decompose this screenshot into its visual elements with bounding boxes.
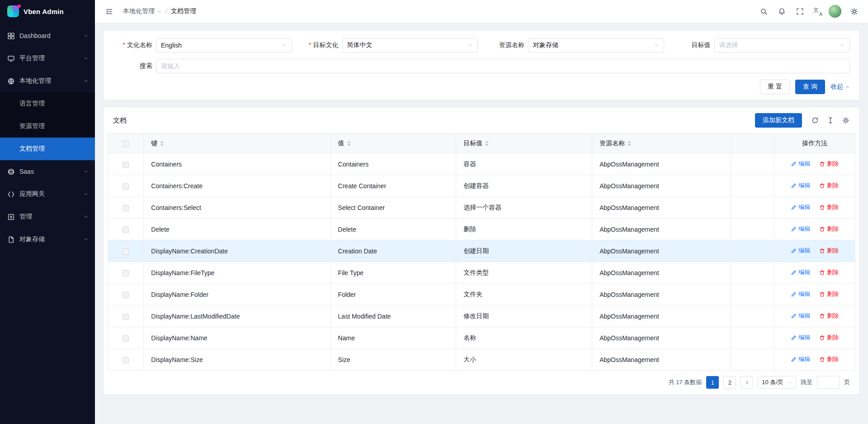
table-header-row: 键 值 目标值 资源名称 操作方法 xyxy=(108,133,855,153)
row-checkbox[interactable] xyxy=(123,183,129,190)
delete-button[interactable]: 删除 xyxy=(819,268,839,276)
sidebar-item-localization[interactable]: 本地化管理 xyxy=(0,70,95,92)
table-title: 文档 xyxy=(113,116,127,125)
sort-icon[interactable] xyxy=(627,141,631,146)
collapse-toggle[interactable]: 收起 xyxy=(830,83,850,91)
table-row: Containers:Create Create Container 创建容器 … xyxy=(108,175,855,197)
cell-value: Last Modified Date xyxy=(330,305,456,327)
sidebar-item-gateway[interactable]: 应用网关 xyxy=(0,183,95,205)
edit-button[interactable]: 编辑 xyxy=(791,333,810,342)
row-checkbox[interactable] xyxy=(123,227,129,233)
chevron-down-icon xyxy=(83,169,89,174)
sidebar-item-label: 资源管理 xyxy=(19,122,95,130)
edit-button[interactable]: 编辑 xyxy=(791,268,810,276)
next-page-button[interactable] xyxy=(741,376,753,389)
row-height-icon[interactable] xyxy=(824,114,837,127)
fullscreen-icon[interactable] xyxy=(792,4,807,19)
sort-icon[interactable] xyxy=(485,141,489,146)
chevron-down-icon xyxy=(83,237,89,242)
edit-button[interactable]: 编辑 xyxy=(791,290,810,298)
sidebar-subitem-language[interactable]: 语言管理 xyxy=(0,92,95,115)
page-jump-input[interactable] xyxy=(817,376,840,389)
translate-icon[interactable]: 文A xyxy=(810,4,826,19)
row-checkbox[interactable] xyxy=(123,357,129,363)
sidebar-item-label: 管理 xyxy=(19,213,83,221)
avatar[interactable] xyxy=(828,5,842,18)
resource-name-select[interactable]: 对象存储 xyxy=(528,38,664,52)
row-checkbox[interactable] xyxy=(123,205,129,211)
sidebar-item-dashboard[interactable]: Dashboard xyxy=(0,24,95,47)
delete-button[interactable]: 删除 xyxy=(819,203,839,211)
chevron-right-icon xyxy=(745,380,750,385)
bell-icon[interactable] xyxy=(774,4,789,19)
column-settings-icon[interactable] xyxy=(839,114,853,127)
edit-button[interactable]: 编辑 xyxy=(791,247,810,255)
delete-button[interactable]: 删除 xyxy=(819,312,839,320)
delete-button[interactable]: 删除 xyxy=(819,160,839,168)
delete-button[interactable]: 删除 xyxy=(819,225,839,233)
delete-button[interactable]: 删除 xyxy=(819,333,839,342)
pencil-icon xyxy=(791,357,797,362)
add-document-button[interactable]: 添加新文档 xyxy=(755,113,802,128)
jump-prefix-label: 跳至 xyxy=(801,378,812,386)
sidebar-item-label: 平台管理 xyxy=(19,54,83,62)
cell-key: DisplayName:Folder xyxy=(144,284,330,305)
edit-button[interactable]: 编辑 xyxy=(791,181,810,190)
cell-key: DisplayName:CreationDate xyxy=(144,240,330,262)
field-label: 目标文化 xyxy=(299,41,342,49)
delete-button[interactable]: 删除 xyxy=(819,290,839,298)
sidebar-subitem-resource[interactable]: 资源管理 xyxy=(0,115,95,138)
row-checkbox[interactable] xyxy=(123,292,129,298)
row-checkbox[interactable] xyxy=(123,270,129,276)
target-value-select[interactable]: 请选择 xyxy=(714,38,850,52)
target-culture-select[interactable]: 简体中文 xyxy=(342,38,478,52)
admin-icon xyxy=(7,213,15,221)
sidebar-item-admin[interactable]: 管理 xyxy=(0,205,95,228)
column-header-resource: 资源名称 xyxy=(592,133,731,153)
edit-button[interactable]: 编辑 xyxy=(791,312,810,320)
row-checkbox[interactable] xyxy=(123,335,129,342)
menu-fold-icon[interactable] xyxy=(102,5,116,18)
pencil-icon xyxy=(791,161,797,167)
page-size-select[interactable]: 10 条/页 xyxy=(758,376,796,389)
search-icon[interactable] xyxy=(756,4,771,19)
cell-resource: AbpOssManagement xyxy=(592,175,731,197)
sidebar-subitem-document[interactable]: 文档管理 xyxy=(0,138,95,160)
select-all-checkbox[interactable] xyxy=(123,141,129,147)
pencil-icon xyxy=(791,313,797,319)
main-area: 本地化管理 / 文档管理 文A 文化名称 English xyxy=(95,0,868,424)
page-button-1[interactable]: 1 xyxy=(706,376,719,389)
sidebar-item-storage[interactable]: 对象存储 xyxy=(0,228,95,251)
settings-gear-icon[interactable] xyxy=(846,4,862,19)
edit-button[interactable]: 编辑 xyxy=(791,225,810,233)
sidebar-item-saas[interactable]: Saas xyxy=(0,160,95,183)
sort-icon[interactable] xyxy=(160,141,164,146)
row-checkbox[interactable] xyxy=(123,314,129,320)
chevron-down-icon xyxy=(840,43,845,48)
cell-resource: AbpOssManagement xyxy=(592,284,731,305)
edit-button[interactable]: 编辑 xyxy=(791,355,810,363)
delete-button[interactable]: 删除 xyxy=(819,247,839,255)
breadcrumb-parent[interactable]: 本地化管理 xyxy=(123,7,162,15)
pencil-icon xyxy=(791,248,797,254)
search-input[interactable] xyxy=(156,59,850,73)
column-header-actions: 操作方法 xyxy=(774,133,855,153)
delete-button[interactable]: 删除 xyxy=(819,355,839,363)
culture-name-select[interactable]: English xyxy=(156,38,292,52)
sort-icon[interactable] xyxy=(347,141,351,146)
jump-suffix-label: 页 xyxy=(844,378,850,386)
table-row: DisplayName:Name Name 名称 AbpOssManagemen… xyxy=(108,327,855,349)
row-checkbox[interactable] xyxy=(123,162,129,168)
edit-button[interactable]: 编辑 xyxy=(791,203,810,211)
app-logo[interactable]: Vben Admin xyxy=(0,0,95,23)
refresh-icon[interactable] xyxy=(808,114,822,127)
field-label: 资源名称 xyxy=(485,41,528,49)
delete-button[interactable]: 删除 xyxy=(819,181,839,190)
reset-button[interactable]: 重 置 xyxy=(760,80,790,94)
edit-button[interactable]: 编辑 xyxy=(791,160,810,168)
sidebar-menu: Dashboard 平台管理 本地化管理 语言管理 资源管理 文档管理 xyxy=(0,23,95,424)
page-button-2[interactable]: 2 xyxy=(723,376,736,389)
sidebar-item-platform[interactable]: 平台管理 xyxy=(0,47,95,70)
query-button[interactable]: 查 询 xyxy=(795,80,825,94)
row-checkbox[interactable] xyxy=(123,248,129,255)
